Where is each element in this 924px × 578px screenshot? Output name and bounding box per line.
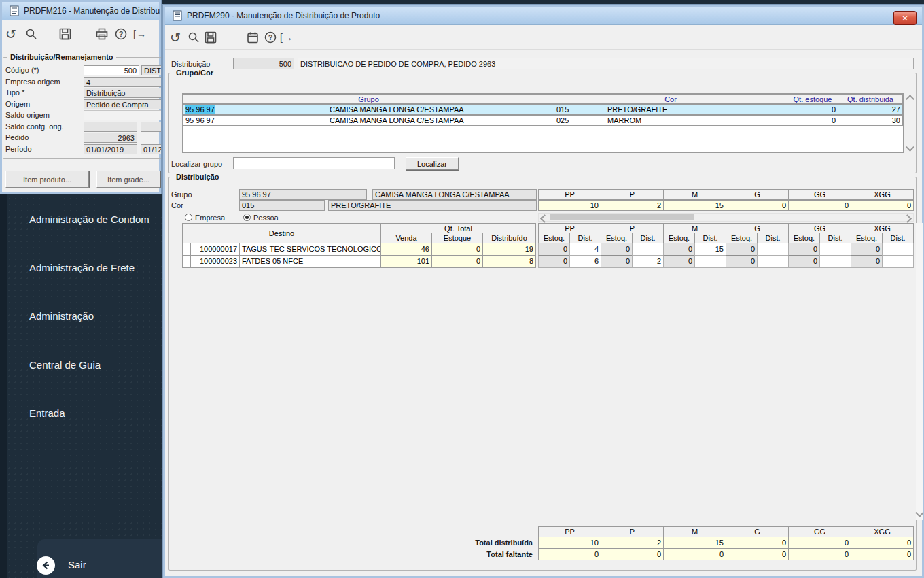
codigo-input[interactable]: 500 xyxy=(84,65,139,75)
search-icon[interactable] xyxy=(185,29,202,46)
grupo-cor-scrollbar[interactable] xyxy=(906,93,914,153)
total-faltante-p: 0 xyxy=(601,548,664,560)
row-qt-estoque[interactable]: 0 xyxy=(787,104,838,115)
row-qt-distribuida[interactable]: 27 xyxy=(838,104,903,115)
destino-code[interactable]: 100000023 xyxy=(190,255,240,268)
empresa-radio[interactable] xyxy=(185,214,192,221)
tipo-field: Distribuição xyxy=(84,88,161,98)
calendar-icon[interactable] xyxy=(245,29,261,46)
size-total-gg: 0 xyxy=(788,200,851,211)
empresa-radio-label[interactable]: Empresa xyxy=(195,213,225,223)
pedido-field: 2963 xyxy=(84,133,137,143)
distribuicao-code-field: 500 xyxy=(233,58,294,69)
row-cor-code[interactable]: 025 xyxy=(554,115,605,126)
row-qt-distribuida[interactable]: 30 xyxy=(838,115,903,126)
row-qt-estoque[interactable]: 0 xyxy=(787,115,838,126)
save-icon[interactable] xyxy=(202,29,219,46)
m-dist-cell[interactable]: 15 xyxy=(694,243,726,256)
print-icon[interactable] xyxy=(94,26,110,42)
scroll-right-icon[interactable] xyxy=(903,214,912,223)
grupo-label: Grupo xyxy=(171,190,192,200)
xgg-estoq-cell: 0 xyxy=(851,255,883,268)
size-total-g: 0 xyxy=(726,200,789,211)
scroll-down-icon[interactable] xyxy=(915,509,924,517)
help-icon[interactable]: ? xyxy=(262,29,279,46)
destino-grid: Destino Qt. Total Venda Estoque Distribu… xyxy=(182,223,914,269)
total-distribuida-p: 2 xyxy=(601,537,664,549)
scrollbar-thumb[interactable] xyxy=(550,214,694,220)
main-window-titlebar[interactable]: PRDFM290 - Manutenção de Distribuição de… xyxy=(165,7,922,25)
g-estoq-cell: 0 xyxy=(726,243,758,256)
size-total-p: 2 xyxy=(601,200,664,211)
xgg-dist-cell[interactable] xyxy=(882,243,914,256)
gg-dist-cell[interactable] xyxy=(819,255,851,268)
row-grupo-code[interactable]: 95 96 97 xyxy=(183,115,327,126)
qt-distribuida-column-header[interactable]: Qt. distribuida xyxy=(838,94,903,104)
estoq-subheader: Estoq. xyxy=(851,233,883,243)
exit-icon[interactable]: [→ xyxy=(279,29,295,46)
row-grupo-code[interactable]: 95 96 97 xyxy=(183,104,327,115)
background-window-titlebar[interactable]: PRDFM216 - Manutenção de Distribu xyxy=(2,2,159,20)
gg-dist-cell[interactable] xyxy=(819,243,851,256)
p-dist-cell[interactable]: 2 xyxy=(632,255,664,268)
localizar-grupo-input[interactable] xyxy=(233,157,395,169)
cor-column-header[interactable]: Cor xyxy=(554,94,787,104)
item-grade-button[interactable]: Item grade... xyxy=(96,171,160,188)
grupo-code-field: 95 96 97 xyxy=(239,189,367,200)
p-dist-cell[interactable] xyxy=(632,243,664,256)
venda-header: Venda xyxy=(380,233,432,243)
g-estoq-cell: 0 xyxy=(726,255,758,268)
field-label-pedido: Pedido xyxy=(5,133,29,143)
row-cor-name[interactable]: MARROM xyxy=(605,115,787,126)
pp-dist-cell[interactable]: 4 xyxy=(569,243,601,256)
sidebar-exit-label[interactable]: Sair xyxy=(68,559,86,571)
scroll-up-icon[interactable] xyxy=(906,95,914,103)
estoque-header: Estoque xyxy=(431,233,483,243)
dist-subheader: Dist. xyxy=(569,233,601,243)
totals-size-header-g: G xyxy=(726,526,789,537)
p-estoq-cell: 0 xyxy=(601,243,633,256)
g-dist-cell[interactable] xyxy=(757,243,789,256)
item-produto-button[interactable]: Item produto... xyxy=(5,171,89,188)
grid-horizontal-scrollbar[interactable] xyxy=(538,213,914,222)
dist-subheader: Dist. xyxy=(632,233,664,243)
totals-size-header-m: M xyxy=(663,526,726,537)
back-arrow-icon[interactable] xyxy=(37,556,55,575)
xgg-dist-cell[interactable] xyxy=(882,255,914,268)
qt-estoque-column-header[interactable]: Qt. estoque xyxy=(787,94,838,104)
exit-icon[interactable]: [→ xyxy=(132,26,148,42)
estoq-subheader: Estoq. xyxy=(788,233,820,243)
pp-dist-cell[interactable]: 6 xyxy=(569,255,601,268)
undo-icon[interactable]: ↺ xyxy=(167,29,183,46)
undo-icon[interactable]: ↺ xyxy=(3,26,19,42)
grid-vertical-scrollbar[interactable] xyxy=(916,223,923,520)
distribuicao-desc-field: DISTRIBUICAO DE PEDIDO DE COMPRA, PEDIDO… xyxy=(298,58,914,69)
pessoa-radio[interactable] xyxy=(243,214,251,221)
row-grupo-name[interactable]: CAMISA MANGA LONGA C/ESTAMPAA xyxy=(327,115,554,126)
m-dist-cell[interactable] xyxy=(694,255,726,268)
pessoa-radio-label[interactable]: Pessoa xyxy=(253,213,279,223)
dist-subheader: Dist. xyxy=(819,233,851,243)
destino-code[interactable]: 100000017 xyxy=(190,243,240,256)
destino-name[interactable]: FATDES 05 NFCE xyxy=(239,255,381,268)
row-grupo-name[interactable]: CAMISA MANGA LONGA C/ESTAMPAA xyxy=(327,104,554,115)
close-icon[interactable]: ✕ xyxy=(893,11,917,25)
localizar-button[interactable]: Localizar xyxy=(406,157,459,170)
grupo-column-header[interactable]: Grupo xyxy=(183,94,554,104)
row-cor-name[interactable]: PRETO/GRAFITE xyxy=(605,104,787,115)
estoq-subheader: Estoq. xyxy=(538,233,570,243)
help-icon[interactable]: ? xyxy=(113,26,129,42)
save-icon[interactable] xyxy=(57,26,73,42)
search-icon[interactable] xyxy=(23,26,39,42)
total-faltante-pp: 0 xyxy=(538,548,601,560)
scroll-left-icon[interactable] xyxy=(540,214,549,223)
saldo-confg-field-2 xyxy=(141,122,161,132)
grid-size-header-m: M xyxy=(663,223,726,233)
g-dist-cell[interactable] xyxy=(757,255,789,268)
row-cor-code[interactable]: 015 xyxy=(554,104,605,115)
dist-subheader: Dist. xyxy=(757,233,789,243)
total-faltante-g: 0 xyxy=(726,548,789,560)
scroll-down-icon[interactable] xyxy=(906,143,914,152)
destino-name[interactable]: TAGUS-TEC SERVICOS TECNOLOGICOS LT xyxy=(239,243,381,256)
grupo-cor-title: Grupo/Cor xyxy=(173,68,216,78)
